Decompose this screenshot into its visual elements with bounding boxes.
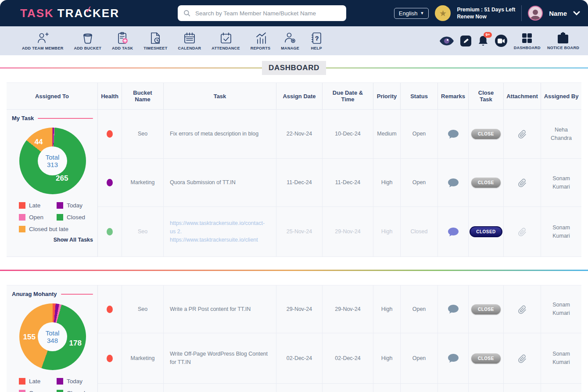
tasks-table: Assigned To Health Bucket Name Task Assi… <box>7 82 581 257</box>
attachment-icon[interactable] <box>518 353 527 363</box>
section-divider <box>7 257 581 285</box>
task-row: Seo Fix errors of meta description in bl… <box>98 110 581 159</box>
calendar-button[interactable]: CALENDAR <box>178 32 201 50</box>
section-anurag-mohanty: Anurag Mohanty 155 178 Total 348 Late To… <box>7 285 581 392</box>
remark-icon[interactable] <box>448 304 459 314</box>
notice-board-button[interactable]: NOTICE BOARD <box>547 32 579 50</box>
show-all-tasks-link[interactable]: Show All Tasks <box>12 237 93 243</box>
chart-legend: Late Today Open Closed Closed but late <box>19 378 93 392</box>
section-owner: Anurag Mohanty <box>12 291 57 297</box>
logo-check-icon: ✓ <box>84 3 95 16</box>
task-cell: Fix errors of meta description in blog <box>164 110 276 158</box>
caret-down-icon: ▼ <box>420 11 424 15</box>
closed-task-button[interactable]: CLOSED <box>470 226 502 237</box>
header-divider <box>521 5 522 21</box>
task-row: Marketing Write Off-Page WordPress Blog … <box>98 333 581 384</box>
svg-text:?: ? <box>316 35 319 42</box>
reports-button[interactable]: REPORTS <box>251 32 271 50</box>
anurag-donut-chart[interactable]: 155 178 Total 348 <box>19 303 86 370</box>
status-cell: Open <box>401 333 438 383</box>
close-task-button[interactable]: CLOSE <box>471 129 501 139</box>
column-header: Close Task <box>469 83 504 109</box>
assigned-by-cell: Neha Chandra <box>541 110 581 158</box>
chevron-down-icon[interactable] <box>573 11 580 15</box>
bucket-icon <box>81 32 94 45</box>
remark-icon[interactable] <box>448 353 459 363</box>
eye-button[interactable] <box>440 36 454 46</box>
task-link[interactable]: https://www.tasktrackersuite.io/client <box>170 236 270 244</box>
due-date-cell: 11-Dec-24 <box>323 159 373 207</box>
column-header: Assigned To <box>7 83 98 109</box>
chart-legend: Late Today Open Closed Closed but late <box>19 202 93 232</box>
premium-status[interactable]: Premium : 51 Days Left Renew Now <box>457 6 515 20</box>
top-header: TASKTRAC✓KER English▼ ★ Premium : 51 Day… <box>0 0 588 26</box>
assign-date-cell: 02-Dec-24 <box>276 333 323 383</box>
user-name[interactable]: Name <box>549 10 567 17</box>
close-task-button[interactable]: CLOSE <box>471 178 501 188</box>
person-gear-icon <box>283 32 297 45</box>
remark-icon[interactable] <box>448 178 459 188</box>
attachment-icon[interactable] <box>518 227 527 237</box>
column-header: Attachment <box>504 83 541 109</box>
timesheet-button[interactable]: TIMESHEET <box>143 32 167 50</box>
bucket-cell: Seo <box>122 207 164 257</box>
attendance-button[interactable]: ATTENDANCE <box>212 32 240 50</box>
assigned-by-cell: Sonam Kumari <box>541 285 581 333</box>
remark-icon[interactable] <box>448 227 459 237</box>
tasks-table-2: Anurag Mohanty 155 178 Total 348 Late To… <box>7 285 581 392</box>
title-band: DASHBOARD <box>0 55 588 82</box>
renew-now-link[interactable]: Renew Now <box>457 13 515 20</box>
app-logo: TASKTRAC✓KER <box>20 7 119 20</box>
column-header: Task <box>164 83 276 109</box>
task-row: Seo https://www.tasktrackersuite.io/cont… <box>98 207 581 257</box>
manage-button[interactable]: MANAGE <box>281 32 299 50</box>
due-date-cell: 10-Dec-24 <box>323 110 373 158</box>
close-task-button[interactable]: CLOSE <box>471 304 501 314</box>
toolbar-left: ADD TEAM MEMBER ADD BUCKET ADD TASK TIME… <box>22 32 323 50</box>
notification-badge: 9+ <box>484 32 491 38</box>
assign-date-cell: 29-Nov-24 <box>276 285 323 333</box>
search-input[interactable] <box>195 10 336 17</box>
toolbar-right: 9+ DASHBOARD NOTICE BOARD <box>440 32 579 50</box>
health-dot <box>107 130 113 138</box>
help-button[interactable]: ? HELP <box>310 32 323 50</box>
attachment-icon[interactable] <box>518 304 527 314</box>
add-bucket-button[interactable]: ADD BUCKET <box>74 32 102 50</box>
global-search[interactable] <box>178 5 346 21</box>
task-cell: Write a PR Post content for TT.IN <box>164 285 276 333</box>
column-header: Priority <box>373 83 401 109</box>
assigned-by-cell: Sonam Kumari <box>541 207 581 257</box>
health-dot <box>107 355 113 362</box>
attachment-icon[interactable] <box>518 178 527 188</box>
my-task-donut-chart[interactable]: 44 265 Total 313 <box>19 128 86 194</box>
column-header: Bucket Name <box>122 83 164 109</box>
assign-date-cell: 11-Dec-24 <box>276 159 323 207</box>
remark-icon[interactable] <box>448 129 459 139</box>
avatar[interactable] <box>528 6 543 21</box>
edit-button[interactable] <box>460 36 471 46</box>
notifications-button[interactable]: 9+ <box>478 35 488 47</box>
task-cell: Quora Submission of TT.IN <box>164 159 276 207</box>
dashboard-nav-button[interactable]: DASHBOARD <box>514 32 541 50</box>
column-header: Due Date & Time <box>323 83 373 109</box>
task-link[interactable]: https://www.tasktrackersuite.io/contact-… <box>170 219 270 236</box>
page-title: DASHBOARD <box>262 61 326 75</box>
header-right: English▼ ★ Premium : 51 Days Left Renew … <box>394 0 580 26</box>
close-task-button[interactable]: CLOSE <box>471 353 501 363</box>
priority-cell: Medium <box>373 110 401 158</box>
language-selector[interactable]: English▼ <box>394 8 429 19</box>
assign-date-cell: 22-Nov-24 <box>276 110 323 158</box>
calendar-icon <box>183 32 196 45</box>
column-header: Status <box>401 83 438 109</box>
bucket-cell: Seo <box>122 110 164 158</box>
video-button[interactable] <box>495 35 507 47</box>
attachment-icon[interactable] <box>518 129 527 139</box>
column-header: Assign Date <box>276 83 323 109</box>
due-date-cell: 02-Dec-24 <box>323 333 373 383</box>
task-cell: Write Off-Page WordPress Blog Content fo… <box>164 333 276 383</box>
add-team-member-button[interactable]: ADD TEAM MEMBER <box>22 32 64 50</box>
section-owner: My Task <box>12 115 34 121</box>
add-task-button[interactable]: ADD TASK <box>112 32 133 50</box>
health-dot <box>107 306 113 313</box>
video-icon <box>495 35 507 47</box>
